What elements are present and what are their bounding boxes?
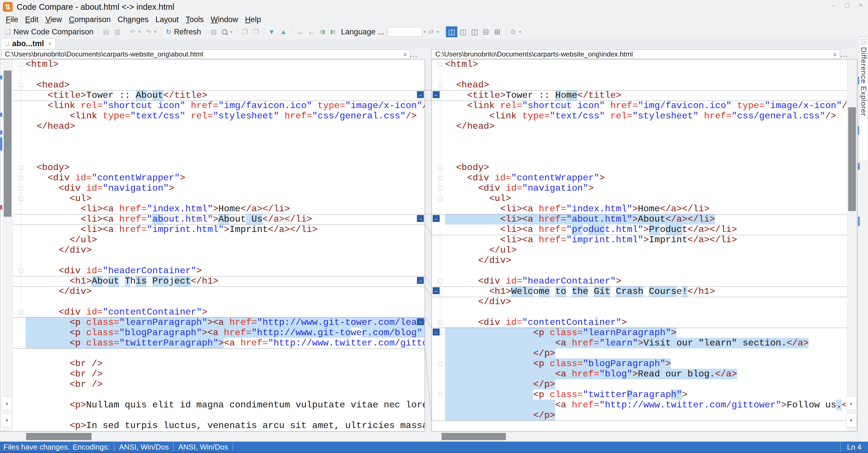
right-file-path-combo[interactable]: C:\Users\brunobrito\Documents\carparts-w…: [432, 49, 840, 59]
close-button[interactable]: ×: [859, 1, 863, 9]
right-previous-change-button[interactable]: ▲: [846, 396, 856, 410]
code-line[interactable]: [26, 297, 425, 307]
apply-all-right-icon-button[interactable]: ⇉: [317, 28, 328, 36]
code-line[interactable]: [26, 70, 425, 80]
change-mark[interactable]: [0, 130, 2, 134]
code-line[interactable]: <a href="blog">Read our blog.</a>: [445, 369, 847, 379]
left-next-change-button[interactable]: ▼: [2, 414, 12, 427]
fold-marker-icon[interactable]: [19, 186, 23, 190]
code-line[interactable]: <div id="contentContainer">: [445, 317, 847, 328]
code-line[interactable]: </head>: [26, 121, 425, 132]
fold-marker-icon[interactable]: [438, 393, 442, 397]
fold-marker-icon[interactable]: [438, 362, 442, 366]
fold-marker-icon[interactable]: [438, 83, 442, 87]
new-code-comparison-button[interactable]: ❏New Code Comparison: [2, 27, 96, 37]
merge-to-left-icon[interactable]: ←: [433, 287, 440, 294]
left-code-editor[interactable]: <html> <head> <title>Tower :: About</tit…: [26, 59, 425, 431]
right-horizontal-scrollbar[interactable]: [432, 432, 857, 441]
language-combo[interactable]: [388, 27, 422, 37]
change-mark[interactable]: [0, 205, 2, 209]
pane-splitter[interactable]: [425, 59, 432, 431]
code-line[interactable]: <br />: [445, 431, 847, 431]
code-line[interactable]: <li><a href="imprint.html">Imprint</a></…: [26, 225, 425, 235]
code-line[interactable]: </ul>: [26, 235, 425, 245]
code-line[interactable]: <div id="contentWrapper">: [445, 173, 847, 183]
code-line[interactable]: <h1>About This Project</h1>: [26, 276, 425, 286]
difference-mark[interactable]: [858, 217, 860, 226]
fold-marker-icon[interactable]: [19, 176, 23, 180]
fold-marker-icon[interactable]: [19, 310, 23, 314]
fold-marker-icon[interactable]: [438, 186, 442, 190]
code-line[interactable]: [445, 70, 847, 80]
code-line[interactable]: [26, 255, 425, 266]
previous-difference-icon-button[interactable]: ▲: [277, 28, 289, 36]
layout-right-pane-icon[interactable]: ◫: [469, 26, 480, 37]
menu-item-changes[interactable]: Changes: [114, 14, 152, 25]
layout-grid-panes-icon[interactable]: ⊞: [492, 26, 503, 37]
code-line[interactable]: <p class="blogParagraph"><a href="http:/…: [26, 328, 425, 338]
menu-item-edit[interactable]: Edit: [22, 14, 42, 25]
editor-options-icon-button[interactable]: ⚙▾: [507, 28, 524, 36]
code-line[interactable]: <link type="text/css" rel="stylesheet" h…: [26, 111, 425, 121]
code-line[interactable]: <body>: [445, 163, 847, 173]
fold-marker-icon[interactable]: [19, 269, 23, 273]
fold-marker-icon[interactable]: [19, 83, 23, 87]
menu-item-window[interactable]: Window: [207, 14, 242, 25]
code-line[interactable]: </ul>: [445, 245, 847, 255]
code-line[interactable]: <div id="contentWrapper">: [26, 173, 425, 183]
layout-horizontal-panes-icon[interactable]: ⊟: [480, 26, 492, 37]
code-line[interactable]: <title>Tower :: Home</title>: [445, 90, 847, 101]
code-line[interactable]: <li><a href="index.html">Home</a></li>: [445, 204, 847, 214]
left-horizontal-scrollbar[interactable]: [0, 432, 425, 441]
code-line[interactable]: <li><a href="about.html">About</a></li>: [445, 214, 847, 225]
code-line[interactable]: <p class="learnParagraph">: [445, 328, 847, 338]
code-line[interactable]: <div id="navigation">: [26, 183, 425, 194]
code-line[interactable]: [26, 142, 425, 152]
code-line[interactable]: <div id="headerContainer">: [26, 266, 425, 276]
apply-change-left-icon-button[interactable]: ←: [305, 28, 317, 36]
fold-marker-icon[interactable]: [438, 176, 442, 180]
menu-item-help[interactable]: Help: [242, 14, 265, 25]
chevron-down-icon[interactable]: ∨: [833, 51, 837, 58]
right-code-editor[interactable]: <html> <head> <title>Tower :: Home</titl…: [445, 59, 847, 431]
left-previous-change-button[interactable]: ▲: [2, 396, 12, 410]
code-line[interactable]: </div>: [26, 286, 425, 297]
change-mark[interactable]: [0, 75, 2, 79]
code-line[interactable]: <ul>: [26, 194, 425, 204]
right-vscroll-thumb[interactable]: [848, 107, 856, 211]
code-line[interactable]: </p>: [445, 379, 847, 390]
code-line[interactable]: [26, 390, 425, 400]
code-line[interactable]: <br />: [26, 359, 425, 369]
code-line[interactable]: [445, 266, 847, 276]
code-line[interactable]: <li><a href="index.html">Home</a></li>: [26, 204, 425, 214]
code-line[interactable]: <p>In sed turpis luctus, venenatis arcu …: [26, 421, 425, 431]
save-icon-button[interactable]: ▤: [100, 28, 112, 36]
code-line[interactable]: </div>: [445, 297, 847, 307]
code-line[interactable]: <p class="blogParagraph">: [445, 359, 847, 369]
chevron-down-icon[interactable]: ▾: [424, 29, 426, 34]
left-browse-button[interactable]: ...: [410, 49, 421, 59]
code-line[interactable]: <br />: [26, 379, 425, 390]
code-line[interactable]: <a href="learn">Visit our "learn" sectio…: [445, 338, 847, 348]
menu-item-file[interactable]: File: [2, 14, 22, 25]
difference-explorer-tab[interactable]: Difference Explorer: [859, 37, 868, 161]
code-line[interactable]: </div>: [445, 255, 847, 266]
merge-to-left-icon[interactable]: ←: [433, 329, 440, 335]
code-line[interactable]: <p class="twitterParagraph">: [445, 390, 847, 400]
change-mark[interactable]: [0, 113, 2, 117]
code-line[interactable]: <a href="http://www.twitter.com/gittower…: [445, 400, 847, 410]
code-line[interactable]: </head>: [445, 121, 847, 132]
layout-left-pane-icon[interactable]: ◫: [457, 26, 469, 37]
merge-to-left-icon[interactable]: ←: [433, 91, 440, 98]
code-line[interactable]: <div id="contentContainer">: [26, 307, 425, 317]
copy-to-left-icon-button[interactable]: ❐: [239, 28, 250, 36]
code-line[interactable]: </div>: [26, 245, 425, 255]
code-line[interactable]: <head>: [445, 80, 847, 90]
code-line[interactable]: <html>: [26, 59, 425, 70]
fold-marker-icon[interactable]: [438, 166, 442, 170]
code-line[interactable]: <div id="navigation">: [445, 183, 847, 194]
tab-about-html[interactable]: ❏ abo...tml ×: [1, 38, 55, 49]
code-line[interactable]: [445, 142, 847, 152]
refresh-button[interactable]: ↻Refresh: [163, 27, 204, 37]
menu-item-comparison[interactable]: Comparison: [65, 14, 114, 25]
